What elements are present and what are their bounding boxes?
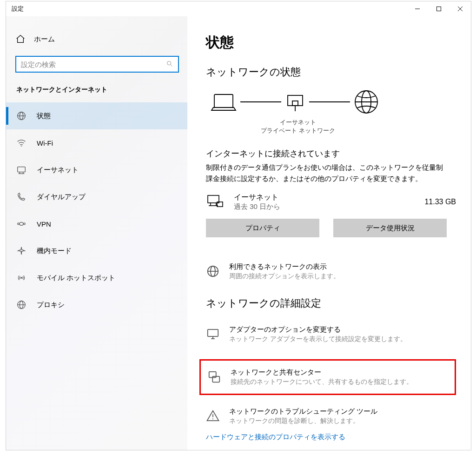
internet-globe-icon [353,88,380,115]
ethernet-icon [16,165,26,175]
svg-rect-10 [18,167,26,172]
vpn-icon [16,219,26,229]
link-sharing-center[interactable]: ネットワークと共有センター 接続先のネットワークについて、共有するものを指定しま… [207,365,448,389]
highlighted-sharing-center: ネットワークと共有センター 接続先のネットワークについて、共有するものを指定しま… [199,359,456,395]
maximize-button[interactable] [428,1,450,16]
svg-point-9 [21,146,22,147]
section-advanced: ネットワークの詳細設定 [206,296,456,310]
monitor-icon [206,327,220,341]
link-adapter-options[interactable]: アダプターのオプションを変更する ネットワーク アダプターを表示して接続設定を変… [206,322,456,346]
svg-rect-35 [208,329,218,336]
content-area: 状態 ネットワークの状態 イーサネット プライベート ネットワーク インターネッ… [187,16,471,450]
svg-point-15 [24,223,26,225]
link-hardware-properties[interactable]: ハードウェアと接続のプロパティを表示する [206,433,456,442]
search-input[interactable] [21,60,166,68]
search-icon [166,60,173,69]
diagram-labels: イーサネット プライベート ネットワーク [210,118,386,135]
dialup-icon [16,192,26,202]
link-troubleshoot[interactable]: ネットワークのトラブルシューティング ツール ネットワークの問題を診断し、解決し… [206,404,456,428]
connected-heading: インターネットに接続されています [206,148,456,159]
router-icon [284,91,306,113]
warning-icon [206,409,220,423]
svg-point-16 [20,277,22,279]
svg-rect-1 [437,7,441,11]
home-nav[interactable]: ホーム [6,29,187,49]
category-title: ネットワークとインターネット [6,86,187,102]
sidebar: ホーム ネットワークとインターネット 状態 [6,16,187,450]
minimize-button[interactable] [407,1,428,16]
svg-rect-22 [292,101,298,106]
connected-body: 制限付きのデータ通信プランをお使いの場合は、このネットワークを従量制課金接続に設… [206,162,448,184]
nav-status[interactable]: 状態 [6,102,187,129]
section-status: ネットワークの状態 [206,65,456,79]
proxy-icon [16,300,26,310]
page-title: 状態 [206,33,456,52]
globe-icon [16,111,26,121]
nav-vpn[interactable]: VPN [6,210,187,237]
svg-point-41 [212,419,213,420]
globe-small-icon [206,264,220,278]
home-icon [15,34,26,44]
network-diagram [210,88,456,115]
svg-line-5 [171,65,172,66]
sharing-icon [207,370,221,384]
home-label: ホーム [34,35,55,44]
properties-button[interactable]: プロパティ [206,219,319,237]
airplane-icon [16,246,26,256]
hotspot-icon [16,273,26,283]
connection-info: イーサネット 過去 30 日から 11.33 GB [206,193,456,211]
search-box[interactable] [15,56,179,73]
nav-dialup[interactable]: ダイヤルアップ [6,183,187,210]
wifi-icon [16,138,26,148]
nav-ethernet[interactable]: イーサネット [6,156,187,183]
svg-rect-20 [214,94,233,107]
connection-size: 11.33 GB [424,198,456,206]
svg-rect-21 [288,95,303,106]
nav-proxy[interactable]: プロキシ [6,291,187,318]
nav-hotspot[interactable]: モバイル ホットスポット [6,264,187,291]
svg-point-4 [167,61,171,65]
link-available-networks[interactable]: 利用できるネットワークの表示 周囲の接続オプションを表示します。 [206,260,456,283]
nav-wifi[interactable]: Wi-Fi [6,129,187,156]
titlebar: 設定 [6,1,471,16]
close-button[interactable] [450,1,471,16]
laptop-icon [210,91,238,113]
ethernet-inline-icon [206,193,225,211]
nav-airplane[interactable]: 機内モード [6,237,187,264]
settings-window: 設定 ホーム [6,1,471,450]
svg-point-14 [18,223,20,225]
data-usage-button[interactable]: データ使用状況 [333,219,447,237]
window-title: 設定 [12,5,407,13]
